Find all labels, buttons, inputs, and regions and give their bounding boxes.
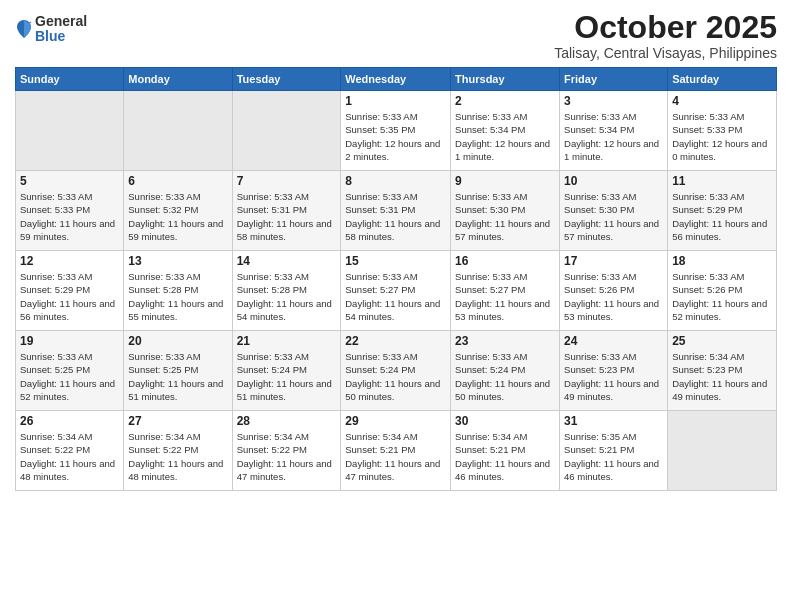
day-number: 1 — [345, 94, 446, 108]
sunrise-text: Sunrise: 5:33 AM — [455, 351, 527, 362]
header-wednesday: Wednesday — [341, 68, 451, 91]
day-number: 9 — [455, 174, 555, 188]
sunset-text: Sunset: 5:30 PM — [455, 204, 525, 215]
daylight-text: Daylight: 11 hours and 49 minutes. — [672, 378, 767, 402]
sunset-text: Sunset: 5:34 PM — [564, 124, 634, 135]
sunrise-text: Sunrise: 5:34 AM — [345, 431, 417, 442]
calendar-table: Sunday Monday Tuesday Wednesday Thursday… — [15, 67, 777, 491]
table-row: 20Sunrise: 5:33 AMSunset: 5:25 PMDayligh… — [124, 331, 232, 411]
table-row — [232, 91, 341, 171]
page: General Blue October 2025 Talisay, Centr… — [0, 0, 792, 612]
daylight-text: Daylight: 11 hours and 47 minutes. — [237, 458, 332, 482]
sunrise-text: Sunrise: 5:33 AM — [128, 351, 200, 362]
day-number: 17 — [564, 254, 663, 268]
sunrise-text: Sunrise: 5:33 AM — [564, 351, 636, 362]
day-number: 19 — [20, 334, 119, 348]
table-row: 25Sunrise: 5:34 AMSunset: 5:23 PMDayligh… — [668, 331, 777, 411]
day-info: Sunrise: 5:33 AMSunset: 5:33 PMDaylight:… — [20, 190, 119, 243]
sunset-text: Sunset: 5:29 PM — [672, 204, 742, 215]
sunrise-text: Sunrise: 5:34 AM — [20, 431, 92, 442]
sunrise-text: Sunrise: 5:34 AM — [128, 431, 200, 442]
day-number: 30 — [455, 414, 555, 428]
day-info: Sunrise: 5:34 AMSunset: 5:22 PMDaylight:… — [20, 430, 119, 483]
day-number: 18 — [672, 254, 772, 268]
day-number: 27 — [128, 414, 227, 428]
sunset-text: Sunset: 5:33 PM — [672, 124, 742, 135]
day-number: 14 — [237, 254, 337, 268]
daylight-text: Daylight: 11 hours and 55 minutes. — [128, 298, 223, 322]
calendar-week-row: 19Sunrise: 5:33 AMSunset: 5:25 PMDayligh… — [16, 331, 777, 411]
header-sunday: Sunday — [16, 68, 124, 91]
sunrise-text: Sunrise: 5:34 AM — [237, 431, 309, 442]
day-number: 29 — [345, 414, 446, 428]
daylight-text: Daylight: 11 hours and 56 minutes. — [20, 298, 115, 322]
day-number: 22 — [345, 334, 446, 348]
day-info: Sunrise: 5:33 AMSunset: 5:34 PMDaylight:… — [455, 110, 555, 163]
day-info: Sunrise: 5:33 AMSunset: 5:24 PMDaylight:… — [237, 350, 337, 403]
day-number: 31 — [564, 414, 663, 428]
sunset-text: Sunset: 5:34 PM — [455, 124, 525, 135]
sunset-text: Sunset: 5:23 PM — [564, 364, 634, 375]
sunset-text: Sunset: 5:26 PM — [672, 284, 742, 295]
weekday-header-row: Sunday Monday Tuesday Wednesday Thursday… — [16, 68, 777, 91]
table-row: 23Sunrise: 5:33 AMSunset: 5:24 PMDayligh… — [451, 331, 560, 411]
day-number: 8 — [345, 174, 446, 188]
sunrise-text: Sunrise: 5:33 AM — [20, 271, 92, 282]
table-row: 11Sunrise: 5:33 AMSunset: 5:29 PMDayligh… — [668, 171, 777, 251]
calendar-week-row: 26Sunrise: 5:34 AMSunset: 5:22 PMDayligh… — [16, 411, 777, 491]
daylight-text: Daylight: 11 hours and 51 minutes. — [237, 378, 332, 402]
sunrise-text: Sunrise: 5:33 AM — [237, 351, 309, 362]
day-number: 20 — [128, 334, 227, 348]
sunset-text: Sunset: 5:28 PM — [237, 284, 307, 295]
day-number: 12 — [20, 254, 119, 268]
table-row: 13Sunrise: 5:33 AMSunset: 5:28 PMDayligh… — [124, 251, 232, 331]
table-row: 9Sunrise: 5:33 AMSunset: 5:30 PMDaylight… — [451, 171, 560, 251]
table-row — [668, 411, 777, 491]
sunset-text: Sunset: 5:31 PM — [237, 204, 307, 215]
day-number: 13 — [128, 254, 227, 268]
sunset-text: Sunset: 5:32 PM — [128, 204, 198, 215]
day-number: 21 — [237, 334, 337, 348]
table-row: 3Sunrise: 5:33 AMSunset: 5:34 PMDaylight… — [560, 91, 668, 171]
day-number: 11 — [672, 174, 772, 188]
day-number: 4 — [672, 94, 772, 108]
table-row: 28Sunrise: 5:34 AMSunset: 5:22 PMDayligh… — [232, 411, 341, 491]
day-info: Sunrise: 5:33 AMSunset: 5:28 PMDaylight:… — [237, 270, 337, 323]
sunrise-text: Sunrise: 5:33 AM — [672, 191, 744, 202]
sunset-text: Sunset: 5:21 PM — [564, 444, 634, 455]
sunset-text: Sunset: 5:22 PM — [237, 444, 307, 455]
daylight-text: Daylight: 11 hours and 59 minutes. — [20, 218, 115, 242]
daylight-text: Daylight: 11 hours and 49 minutes. — [564, 378, 659, 402]
sunset-text: Sunset: 5:35 PM — [345, 124, 415, 135]
sunset-text: Sunset: 5:21 PM — [345, 444, 415, 455]
daylight-text: Daylight: 11 hours and 48 minutes. — [128, 458, 223, 482]
table-row: 27Sunrise: 5:34 AMSunset: 5:22 PMDayligh… — [124, 411, 232, 491]
day-info: Sunrise: 5:33 AMSunset: 5:29 PMDaylight:… — [20, 270, 119, 323]
sunrise-text: Sunrise: 5:33 AM — [455, 271, 527, 282]
table-row: 22Sunrise: 5:33 AMSunset: 5:24 PMDayligh… — [341, 331, 451, 411]
sunrise-text: Sunrise: 5:34 AM — [455, 431, 527, 442]
day-info: Sunrise: 5:33 AMSunset: 5:30 PMDaylight:… — [564, 190, 663, 243]
sunrise-text: Sunrise: 5:33 AM — [20, 351, 92, 362]
sunrise-text: Sunrise: 5:33 AM — [564, 271, 636, 282]
day-info: Sunrise: 5:33 AMSunset: 5:25 PMDaylight:… — [128, 350, 227, 403]
daylight-text: Daylight: 11 hours and 50 minutes. — [345, 378, 440, 402]
day-info: Sunrise: 5:33 AMSunset: 5:24 PMDaylight:… — [455, 350, 555, 403]
sunset-text: Sunset: 5:30 PM — [564, 204, 634, 215]
day-number: 28 — [237, 414, 337, 428]
table-row: 4Sunrise: 5:33 AMSunset: 5:33 PMDaylight… — [668, 91, 777, 171]
day-info: Sunrise: 5:33 AMSunset: 5:32 PMDaylight:… — [128, 190, 227, 243]
table-row: 17Sunrise: 5:33 AMSunset: 5:26 PMDayligh… — [560, 251, 668, 331]
day-info: Sunrise: 5:34 AMSunset: 5:21 PMDaylight:… — [345, 430, 446, 483]
sunset-text: Sunset: 5:28 PM — [128, 284, 198, 295]
daylight-text: Daylight: 12 hours and 1 minute. — [455, 138, 550, 162]
table-row: 6Sunrise: 5:33 AMSunset: 5:32 PMDaylight… — [124, 171, 232, 251]
daylight-text: Daylight: 11 hours and 47 minutes. — [345, 458, 440, 482]
day-number: 2 — [455, 94, 555, 108]
table-row: 15Sunrise: 5:33 AMSunset: 5:27 PMDayligh… — [341, 251, 451, 331]
table-row: 19Sunrise: 5:33 AMSunset: 5:25 PMDayligh… — [16, 331, 124, 411]
day-number: 10 — [564, 174, 663, 188]
sunrise-text: Sunrise: 5:33 AM — [237, 271, 309, 282]
table-row: 31Sunrise: 5:35 AMSunset: 5:21 PMDayligh… — [560, 411, 668, 491]
daylight-text: Daylight: 11 hours and 50 minutes. — [455, 378, 550, 402]
